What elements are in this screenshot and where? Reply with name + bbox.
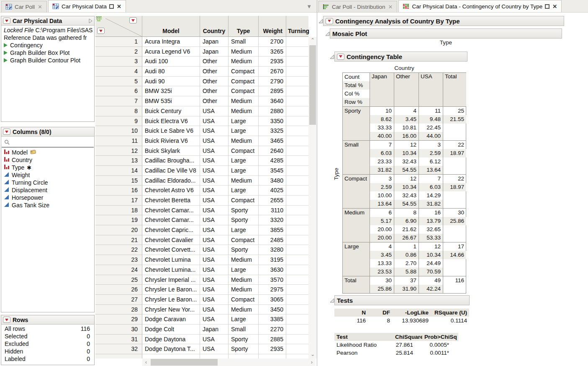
column-list-item[interactable]: Horsepower bbox=[1, 194, 94, 201]
red-triangle-menu-icon[interactable] bbox=[326, 18, 333, 24]
tab-list-dropdown-icon[interactable]: ▼ bbox=[306, 3, 312, 10]
table-row[interactable]: 25Chrysler Imperial ...USAMedium3570 bbox=[95, 275, 308, 285]
table-script-item[interactable]: Graph Builder Contour Plot bbox=[1, 57, 94, 64]
grid-cell bbox=[286, 215, 308, 225]
contingency-value: 7 bbox=[370, 141, 394, 149]
table-row[interactable]: 5Audi 90OtherCompact2790 bbox=[95, 77, 308, 87]
column-header-country[interactable]: Country bbox=[200, 16, 229, 36]
table-row[interactable]: 2Acura Legend V6JapanMedium3265 bbox=[95, 47, 308, 57]
column-header-weight[interactable]: Weight bbox=[259, 16, 286, 36]
table-row[interactable]: 28Chrysler New Yor...USAMedium3450 bbox=[95, 305, 308, 315]
table-row[interactable]: 1Acura IntegraJapanSmall2700 bbox=[95, 37, 308, 47]
red-triangle-menu-icon[interactable] bbox=[337, 54, 344, 60]
run-script-icon[interactable] bbox=[4, 58, 8, 62]
grid-cell: Audi 100 bbox=[142, 57, 200, 67]
run-script-icon[interactable] bbox=[4, 51, 8, 55]
grid-corner-cell[interactable] bbox=[95, 16, 142, 36]
contingency-value: 6 bbox=[370, 209, 394, 217]
table-script-item[interactable]: Graph Builder Box Plot bbox=[1, 49, 94, 57]
maximize-icon[interactable] bbox=[109, 4, 114, 9]
run-script-icon[interactable] bbox=[4, 43, 8, 47]
contingency-table-title-bar[interactable]: Contingency Table bbox=[334, 52, 467, 62]
contingency-column-header: Other bbox=[394, 73, 419, 106]
table-panel-header[interactable]: Car Physical Data bbox=[1, 16, 94, 26]
table-row[interactable]: 32Dodge Daytona T...USASporty2935 bbox=[95, 344, 308, 354]
vertical-scroll-thumb[interactable] bbox=[309, 45, 316, 125]
table-row[interactable]: 30Dodge ColtJapanSmall2270 bbox=[95, 325, 308, 335]
column-search-input[interactable] bbox=[2, 137, 94, 147]
contingency-cell: 3025.86 bbox=[370, 276, 394, 293]
table-row[interactable]: 9Buick Electra V6USALarge3350 bbox=[95, 116, 308, 126]
column-list-item[interactable]: Weight bbox=[1, 171, 94, 179]
scroll-up-icon[interactable]: ⌃ bbox=[308, 37, 317, 44]
close-icon[interactable]: ✕ bbox=[37, 4, 43, 10]
column-list-item[interactable]: Turning Circle bbox=[1, 179, 94, 186]
table-row[interactable]: 13Cadillac Brougha...USALarge4285 bbox=[95, 156, 308, 166]
tab-car-physical-data[interactable]: Car Physical Data ✕ bbox=[48, 0, 126, 12]
column-header-type[interactable]: Type bbox=[229, 16, 259, 36]
table-row[interactable]: 15Cadillac Eldorado...USAMedium3480 bbox=[95, 176, 308, 186]
table-row[interactable]: 18Chevrolet Camar...USASporty3110 bbox=[95, 206, 308, 216]
column-list-item[interactable]: Gas Tank Size bbox=[1, 201, 94, 209]
report-title-bar[interactable]: Contingency Analysis of Country By Type bbox=[323, 16, 564, 26]
red-triangle-menu-icon[interactable] bbox=[3, 18, 10, 24]
table-row[interactable]: 22Chevrolet Corvett...USASporty3280 bbox=[95, 245, 308, 255]
contingency-cell: 65.1720.0020.00 bbox=[370, 209, 394, 242]
table-row[interactable]: 19Chevrolet Camar...USASporty3320 bbox=[95, 215, 308, 225]
table-row[interactable]: 23Chevrolet LuminaUSAMedium3195 bbox=[95, 255, 308, 265]
table-row[interactable]: 12Buick SkylarkUSACompact2640 bbox=[95, 146, 308, 156]
column-list-item[interactable]: Type✱ bbox=[1, 164, 94, 171]
table-row[interactable]: 10Buick Le Sabre V6USALarge3325 bbox=[95, 126, 308, 136]
red-triangle-menu-icon[interactable] bbox=[3, 129, 10, 135]
scroll-left-icon[interactable]: ‹ bbox=[142, 358, 150, 366]
contingency-value bbox=[443, 191, 466, 200]
table-row[interactable]: 7BMW 535iOtherMedium3640 bbox=[95, 96, 308, 106]
table-row[interactable]: 11Buick Riviera V6USAMedium3465 bbox=[95, 136, 308, 146]
columns-menu-icon[interactable] bbox=[129, 17, 137, 23]
grid-cell: BMW 325i bbox=[142, 86, 200, 96]
grid-cell: USA bbox=[200, 156, 229, 166]
table-row[interactable]: 31Dodge DaytonaUSASporty2885 bbox=[95, 335, 308, 345]
table-row[interactable]: 8Buick CenturyUSAMedium2880 bbox=[95, 106, 308, 116]
scroll-right-icon[interactable]: › bbox=[308, 358, 316, 366]
column-selector-icon[interactable] bbox=[95, 16, 102, 22]
horizontal-scroll-thumb[interactable] bbox=[151, 359, 218, 366]
close-icon[interactable]: ✕ bbox=[116, 3, 122, 10]
tab-car-poll[interactable]: Car Poll ✕ bbox=[1, 1, 47, 12]
vertical-scrollbar[interactable]: ⌃ ⌄ bbox=[308, 37, 317, 358]
column-header-turning[interactable]: Turning bbox=[286, 16, 308, 36]
table-row[interactable]: 24Chevrolet Lumina...USALarge3630 bbox=[95, 265, 308, 275]
column-list-item[interactable]: Displacement bbox=[1, 186, 94, 194]
table-row[interactable]: 16Chevrolet Astro V6USALarge4025 bbox=[95, 186, 308, 196]
tab-contingency-report[interactable]: Car Physical Data - Contingency of Count… bbox=[398, 0, 562, 12]
table-row[interactable]: 4Audi 80OtherCompact2670 bbox=[95, 67, 308, 77]
column-list-item[interactable]: Model bbox=[1, 149, 94, 156]
rows-panel-header[interactable]: Rows bbox=[1, 315, 94, 325]
table-row[interactable]: 21Chevrolet CavalierUSACompact2485 bbox=[95, 235, 308, 245]
column-header-model[interactable]: Model bbox=[142, 16, 200, 36]
table-row[interactable]: 26Chrysler Le Baron...USAMedium2975 bbox=[95, 285, 308, 295]
horizontal-scrollbar[interactable]: ‹ › bbox=[142, 358, 316, 366]
column-list-item[interactable]: Country bbox=[1, 156, 94, 164]
column-name: Type bbox=[12, 164, 24, 171]
table-row[interactable]: 29Dodge CaravanUSALarge3385 bbox=[95, 314, 308, 325]
red-triangle-menu-icon[interactable] bbox=[3, 317, 10, 323]
tab-car-poll-distribution[interactable]: Car Poll - Distribution ✕ bbox=[318, 1, 397, 12]
table-row[interactable]: 6BMW 325iOtherCompact2895 bbox=[95, 86, 308, 96]
rows-menu-icon[interactable] bbox=[97, 28, 105, 34]
scroll-down-icon[interactable]: ⌄ bbox=[308, 351, 317, 358]
maximize-icon[interactable] bbox=[545, 4, 549, 9]
table-script-item[interactable]: Contingency bbox=[1, 41, 94, 49]
tests-title-bar[interactable]: Tests bbox=[334, 295, 470, 305]
table-row[interactable]: 27Chrysler Le Baron...USACompact3065 bbox=[95, 295, 308, 305]
columns-panel-header[interactable]: Columns (8/0) bbox=[1, 127, 94, 137]
table-row[interactable]: 3Audi 100OtherMedium2935 bbox=[95, 57, 308, 67]
close-icon[interactable]: ✕ bbox=[552, 3, 557, 10]
table-row[interactable]: 17Chevrolet BerettaUSACompact2655 bbox=[95, 196, 308, 206]
table-row[interactable]: 14Cadillac De Ville V8USALarge3545 bbox=[95, 166, 308, 176]
table-row[interactable]: 20Chevrolet Capric...USALarge3855 bbox=[95, 225, 308, 235]
expand-right-icon[interactable] bbox=[88, 18, 92, 23]
close-icon[interactable]: ✕ bbox=[388, 4, 393, 10]
table-row[interactable] bbox=[95, 354, 308, 358]
mosaic-plot-title-bar[interactable]: Mosaic Plot bbox=[330, 28, 562, 39]
